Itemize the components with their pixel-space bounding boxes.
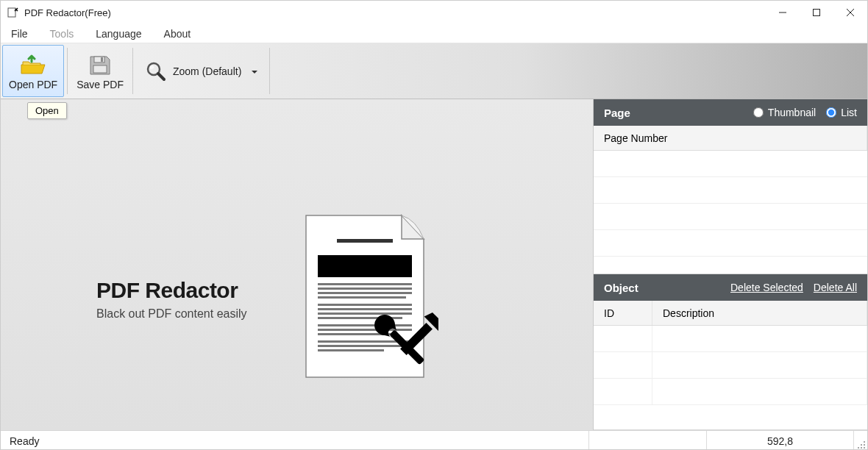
- svg-point-31: [864, 444, 865, 446]
- object-grid[interactable]: ID Description: [594, 301, 867, 430]
- maximize-button[interactable]: [800, 1, 833, 24]
- app-icon: [7, 7, 18, 18]
- menu-language[interactable]: Language: [93, 26, 144, 41]
- svg-rect-25: [318, 345, 412, 347]
- svg-rect-2: [814, 10, 820, 16]
- svg-point-30: [861, 444, 862, 446]
- svg-rect-11: [337, 239, 393, 243]
- menu-bar: File Tools Language About: [1, 24, 867, 43]
- open-pdf-button[interactable]: Open PDF: [2, 45, 64, 97]
- svg-point-29: [864, 441, 865, 443]
- open-pdf-label: Open PDF: [9, 79, 57, 90]
- save-icon: [88, 52, 113, 79]
- svg-rect-15: [318, 292, 412, 294]
- svg-rect-6: [101, 57, 103, 62]
- window-title: PDF Redactor(Free): [24, 7, 111, 18]
- svg-rect-0: [8, 8, 15, 17]
- minimize-button[interactable]: [766, 1, 800, 24]
- status-coords: 592,8: [707, 431, 854, 450]
- status-ready: Ready: [1, 431, 589, 450]
- svg-line-10: [158, 74, 164, 79]
- table-row[interactable]: [594, 204, 867, 230]
- close-button[interactable]: [833, 1, 867, 24]
- menu-file[interactable]: File: [8, 26, 31, 41]
- svg-rect-7: [93, 65, 107, 73]
- delete-selected-link[interactable]: Delete Selected: [730, 282, 803, 293]
- splash: PDF Redactor Black out PDF content easil…: [96, 210, 438, 389]
- svg-rect-16: [318, 296, 406, 299]
- menu-tools[interactable]: Tools: [47, 26, 77, 41]
- table-row[interactable]: [594, 326, 867, 352]
- status-bar: Ready 592,8: [1, 430, 867, 450]
- table-row[interactable]: [594, 177, 867, 204]
- svg-point-34: [864, 447, 865, 449]
- document-canvas: Open PDF Redactor Black out PDF content …: [1, 99, 594, 430]
- toolbar-separator: [132, 48, 133, 94]
- table-row[interactable]: [594, 379, 867, 405]
- save-pdf-label: Save PDF: [77, 79, 124, 90]
- view-list-radio[interactable]: List: [826, 107, 857, 118]
- object-column-description[interactable]: Description: [652, 301, 867, 325]
- toolbar-separator: [269, 48, 270, 94]
- object-panel-header: Object Delete Selected Delete All: [594, 274, 867, 301]
- view-thumbnail-label: Thumbnail: [768, 107, 816, 118]
- page-panel-title: Page: [604, 107, 630, 119]
- resize-grip-icon[interactable]: [854, 431, 867, 450]
- svg-point-32: [858, 447, 859, 449]
- svg-point-33: [861, 447, 862, 449]
- svg-rect-14: [318, 288, 412, 290]
- open-tooltip: Open: [27, 102, 67, 119]
- view-list-label: List: [841, 107, 857, 118]
- svg-rect-17: [318, 304, 412, 306]
- status-empty: [589, 431, 707, 450]
- object-column-id[interactable]: ID: [594, 301, 652, 325]
- side-panel: Page Thumbnail List Page Number: [594, 99, 867, 430]
- svg-rect-22: [318, 329, 412, 331]
- page-grid[interactable]: Page Number: [594, 126, 867, 274]
- save-pdf-button[interactable]: Save PDF: [69, 43, 131, 99]
- table-row[interactable]: [594, 352, 867, 379]
- svg-rect-13: [318, 283, 412, 285]
- page-panel-header: Page Thumbnail List: [594, 99, 867, 126]
- toolbar-separator: [67, 48, 68, 94]
- table-row[interactable]: [594, 230, 867, 257]
- splash-document-icon: [291, 210, 438, 389]
- zoom-label: Zoom (Default): [173, 65, 241, 77]
- splash-subtitle: Black out PDF content easily: [96, 307, 247, 321]
- open-folder-icon: [18, 52, 48, 79]
- svg-rect-19: [318, 312, 412, 315]
- zoom-dropdown[interactable]: Zoom (Default): [135, 43, 268, 99]
- svg-rect-12: [318, 255, 412, 277]
- menu-about[interactable]: About: [161, 26, 194, 41]
- splash-title: PDF Redactor: [96, 278, 247, 303]
- delete-all-link[interactable]: Delete All: [814, 282, 857, 293]
- svg-rect-18: [318, 308, 412, 310]
- svg-rect-26: [318, 349, 384, 351]
- svg-rect-21: [318, 324, 412, 326]
- page-column-header[interactable]: Page Number: [594, 126, 867, 150]
- magnifier-icon: [145, 60, 167, 82]
- table-row[interactable]: [594, 151, 867, 177]
- toolbar: Open PDF Save PDF Zoom (Default): [1, 43, 867, 99]
- chevron-down-icon: [252, 65, 257, 77]
- object-panel-title: Object: [604, 282, 638, 294]
- title-bar: PDF Redactor(Free): [1, 1, 867, 24]
- view-thumbnail-radio[interactable]: Thumbnail: [753, 107, 816, 118]
